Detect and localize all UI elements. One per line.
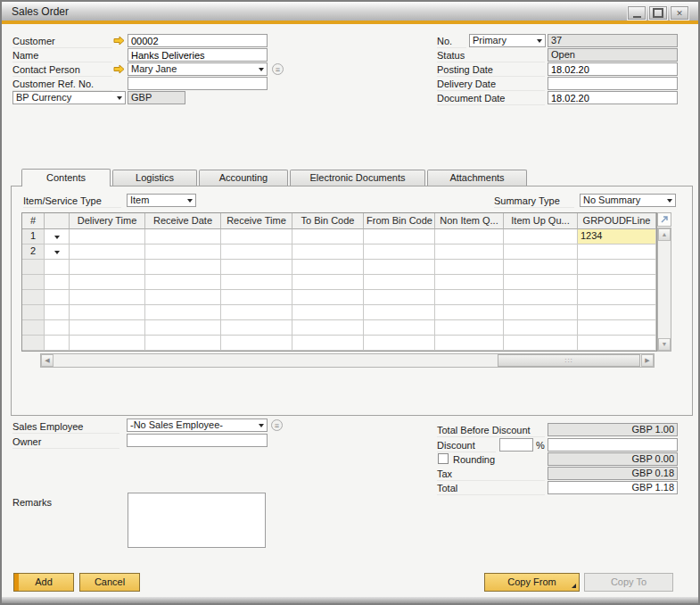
grid-cell[interactable] [70,244,145,260]
grid-cell[interactable] [45,290,70,305]
grid-cell[interactable] [364,244,435,260]
grid-cell[interactable] [435,275,504,290]
grid-cell[interactable] [435,336,504,351]
grid-horizontal-scrollbar[interactable]: ◀ ▶ ::: [40,353,655,368]
name-input[interactable] [128,48,268,62]
row-type-dropdown[interactable] [45,244,70,260]
grid-cell[interactable] [504,244,578,260]
grid-cell[interactable] [292,260,364,275]
scroll-up-icon[interactable]: ▲ [658,228,671,241]
minimize-button[interactable] [627,5,646,21]
grid-cell[interactable] [292,305,364,320]
grid-cell[interactable] [221,305,292,320]
scroll-left-icon[interactable]: ◀ [41,354,54,367]
grid-cell[interactable] [45,336,70,351]
row-number[interactable] [22,336,45,351]
scroll-right-icon[interactable]: ▶ [641,354,654,367]
define-new-icon[interactable]: ≡ [272,63,284,75]
row-number[interactable] [22,320,45,336]
customer-input[interactable] [128,34,268,47]
column-header-non-item-q[interactable]: Non Item Q... [435,213,504,229]
grid-cell[interactable] [70,336,145,351]
bp-currency-select[interactable]: BP Currency [12,91,126,104]
grid-cell[interactable] [292,336,364,351]
grid-cell[interactable] [504,336,578,351]
item-service-type-select[interactable]: Item [127,194,196,207]
contact-person-select[interactable]: Mary Jane [128,62,268,76]
cell-grpoudfline[interactable]: 1234 [578,229,656,244]
grid-cell[interactable] [45,320,70,336]
remarks-textarea[interactable] [128,493,266,548]
scroll-down-icon[interactable]: ▼ [658,338,671,351]
delivery-date-input[interactable] [548,77,678,90]
column-header-to-bin-code[interactable]: To Bin Code [292,213,364,229]
grid-cell[interactable] [221,229,292,244]
tab-contents[interactable]: Contents [21,169,111,186]
owner-input[interactable] [127,434,268,447]
grid-cell[interactable] [145,229,221,244]
grid-cell[interactable] [221,260,292,275]
grid-cell[interactable] [435,260,504,275]
copy-from-button[interactable]: Copy From [484,573,580,592]
grid-cell[interactable] [45,260,70,275]
grid-cell[interactable] [364,290,435,305]
row-number[interactable] [22,305,45,320]
grid-cell[interactable] [364,320,435,336]
grid-cell[interactable] [435,290,504,305]
discount-percent-input[interactable] [499,438,533,452]
grid-cell[interactable] [364,260,435,275]
grid-cell[interactable] [45,275,70,290]
grid-cell[interactable] [221,336,292,351]
tab-logistics[interactable]: Logistics [112,170,197,186]
row-number[interactable]: 2 [22,244,45,260]
grid-cell[interactable] [45,305,70,320]
row-number[interactable] [22,275,45,290]
grid-cell[interactable] [504,320,578,336]
column-header-receive-time[interactable]: Receive Time [221,213,292,229]
grid-cell[interactable] [578,260,656,275]
link-arrow-icon[interactable] [113,64,125,74]
grid-cell[interactable] [292,290,364,305]
tab-electronic-documents[interactable]: Electronic Documents [290,170,425,186]
grid-cell[interactable] [221,290,292,305]
summary-type-select[interactable]: No Summary [580,194,676,207]
grid-cell[interactable] [435,229,504,244]
scrollbar-thumb[interactable]: ::: [498,354,640,367]
posting-date-input[interactable] [548,62,678,76]
grid-cell[interactable] [70,320,145,336]
define-new-icon[interactable]: ≡ [271,419,283,431]
grid-cell[interactable] [578,320,656,336]
column-header-[interactable]: # [22,213,45,229]
column-header-delivery-time[interactable]: Delivery Time [70,213,145,229]
close-button[interactable]: ✕ [670,5,689,21]
grid-cell[interactable] [578,275,656,290]
column-header-grpoudfline[interactable]: GRPOUDFLine [578,213,656,229]
grid-cell[interactable] [364,336,435,351]
grid-cell[interactable] [221,320,292,336]
grid-cell[interactable] [145,290,221,305]
grid-cell[interactable] [145,336,221,351]
grid-cell[interactable] [145,275,221,290]
discount-amount-input[interactable] [548,438,678,452]
grid-cell[interactable] [435,305,504,320]
grid-cell[interactable] [292,320,364,336]
grid-cell[interactable] [504,290,578,305]
column-header-item-up-qu[interactable]: Item Up Qu... [504,213,578,229]
no-series-select[interactable]: Primary [469,34,546,47]
grid-cell[interactable] [504,229,578,244]
grid-cell[interactable] [145,305,221,320]
grid-cell[interactable] [504,305,578,320]
link-arrow-icon[interactable] [113,36,125,46]
column-header-row-type[interactable] [45,213,70,229]
grid-cell[interactable] [70,275,145,290]
grid-cell[interactable] [145,244,221,260]
grid-cell[interactable] [578,290,656,305]
customer-ref-input[interactable] [128,77,268,90]
grid-cell[interactable] [70,290,145,305]
grid-cell[interactable] [145,320,221,336]
grid-cell[interactable] [364,305,435,320]
grid-cell[interactable] [221,275,292,290]
row-type-dropdown[interactable] [45,229,70,244]
grid-cell[interactable] [578,244,656,260]
grid-cell[interactable] [578,305,656,320]
